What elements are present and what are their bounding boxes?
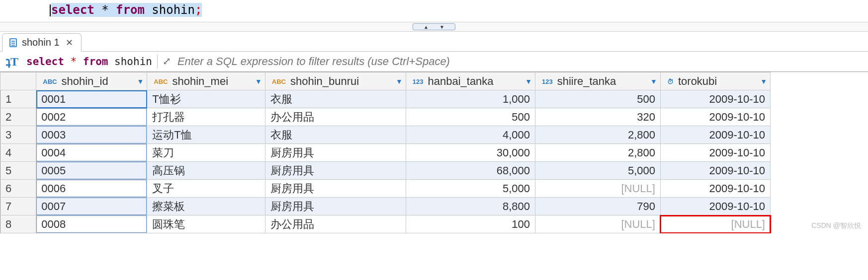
cell-shiire_tanka[interactable]: 320 <box>535 108 660 126</box>
table-row[interactable]: 20002打孔器办公用品5003202009-10-10 <box>0 108 771 126</box>
table-row[interactable]: 10001T恤衫衣服1,0005002009-10-10 <box>0 90 771 108</box>
cell-shohin_bunrui[interactable]: 厨房用具 <box>265 144 406 162</box>
cell-hanbai_tanka[interactable]: 68,000 <box>406 162 535 180</box>
column-header-shiire_tanka[interactable]: 123shiire_tanka▼ <box>535 72 660 90</box>
table-row[interactable]: 50005高压锅厨房用具68,0005,0002009-10-10 <box>0 162 771 180</box>
cell-torokubi[interactable]: 2009-10-10 <box>660 126 770 144</box>
results-grid: ABCshohin_id▼ABCshohin_mei▼ABCshohin_bun… <box>0 71 868 233</box>
pane-splitter[interactable]: ▲▼ <box>0 22 868 32</box>
cell-torokubi[interactable]: 2009-10-10 <box>660 162 770 180</box>
sql-star: * <box>101 3 108 17</box>
table-icon <box>9 38 17 47</box>
row-number[interactable]: 3 <box>0 126 36 144</box>
column-label: shohin_id <box>61 75 108 87</box>
cell-shiire_tanka[interactable]: [NULL] <box>535 180 660 198</box>
row-number[interactable]: 7 <box>0 198 36 215</box>
chevron-down-icon[interactable]: ▼ <box>255 77 262 85</box>
chevron-down-icon[interactable]: ▼ <box>760 77 767 85</box>
text-type-icon: ABC <box>41 77 58 86</box>
cell-shohin_mei[interactable]: 菜刀 <box>147 144 265 162</box>
cell-shohin_id[interactable]: 0007 <box>36 198 147 215</box>
column-header-hanbai_tanka[interactable]: 123hanbai_tanka▼ <box>406 72 535 90</box>
cell-shohin_mei[interactable]: 高压锅 <box>147 162 265 180</box>
column-header-shohin_bunrui[interactable]: ABCshohin_bunrui▼ <box>265 72 406 90</box>
row-number[interactable]: 1 <box>0 90 36 108</box>
cell-shiire_tanka[interactable]: 2,800 <box>535 126 660 144</box>
sql-table-name: shohin <box>152 3 195 17</box>
cell-torokubi[interactable]: 2009-10-10 <box>660 180 770 198</box>
expand-icon[interactable] <box>163 57 173 67</box>
cell-shohin_id[interactable]: 0001 <box>36 90 147 108</box>
column-header-shohin_mei[interactable]: ABCshohin_mei▼ <box>147 72 265 90</box>
cell-hanbai_tanka[interactable]: 8,800 <box>406 198 535 215</box>
sql-semicolon: ; <box>195 3 202 17</box>
cell-shohin_id[interactable]: 0004 <box>36 144 147 162</box>
filter-input[interactable] <box>177 55 865 68</box>
sql-editor[interactable]: select * from shohin; <box>0 0 868 22</box>
column-label: shohin_bunrui <box>290 75 359 87</box>
cell-shohin_mei[interactable]: 运动T恤 <box>147 126 265 144</box>
cell-shohin_mei[interactable]: 擦菜板 <box>147 198 265 215</box>
cell-hanbai_tanka[interactable]: 1,000 <box>406 90 535 108</box>
cell-torokubi[interactable]: 2009-10-10 <box>660 198 770 215</box>
cell-shohin_mei[interactable]: 打孔器 <box>147 108 265 126</box>
cell-hanbai_tanka[interactable]: 100 <box>406 215 535 233</box>
cell-torokubi[interactable]: 2009-10-10 <box>660 90 770 108</box>
sql-keyword-from: from <box>116 3 145 17</box>
column-header-shohin_id[interactable]: ABCshohin_id▼ <box>36 72 147 90</box>
table-row[interactable]: 70007擦菜板厨房用具8,8007902009-10-10 <box>0 198 771 215</box>
column-label: hanbai_tanka <box>428 75 493 87</box>
cell-shiire_tanka[interactable]: 500 <box>535 90 660 108</box>
cell-shohin_bunrui[interactable]: 办公用品 <box>265 215 406 233</box>
cell-hanbai_tanka[interactable]: 5,000 <box>406 180 535 198</box>
table-row[interactable]: 40004菜刀厨房用具30,0002,8002009-10-10 <box>0 144 771 162</box>
cell-shohin_id[interactable]: 0002 <box>36 108 147 126</box>
row-number[interactable]: 2 <box>0 108 36 126</box>
rownum-header[interactable] <box>0 72 36 90</box>
row-number[interactable]: 8 <box>0 215 36 233</box>
column-label: shohin_mei <box>173 75 229 87</box>
cell-shohin_id[interactable]: 0005 <box>36 162 147 180</box>
row-number[interactable]: 5 <box>0 162 36 180</box>
cell-shohin_bunrui[interactable]: 衣服 <box>265 126 406 144</box>
cell-shohin_bunrui[interactable]: 办公用品 <box>265 108 406 126</box>
sigma-icon[interactable]: ʇT <box>3 55 21 69</box>
cell-shohin_bunrui[interactable]: 厨房用具 <box>265 162 406 180</box>
column-label: shiire_tanka <box>557 75 616 87</box>
cell-shohin_bunrui[interactable]: 厨房用具 <box>265 180 406 198</box>
cell-shohin_id[interactable]: 0006 <box>36 180 147 198</box>
cell-shohin_id[interactable]: 0003 <box>36 126 147 144</box>
result-tabbar: shohin 1 ✕ <box>0 32 868 52</box>
text-type-icon: ABC <box>152 77 169 86</box>
cell-hanbai_tanka[interactable]: 500 <box>406 108 535 126</box>
cell-hanbai_tanka[interactable]: 30,000 <box>406 144 535 162</box>
close-icon[interactable]: ✕ <box>65 37 74 48</box>
chevron-down-icon[interactable]: ▼ <box>525 77 532 85</box>
cell-shohin_mei[interactable]: 圆珠笔 <box>147 215 265 233</box>
table-row[interactable]: 80008圆珠笔办公用品100[NULL][NULL] <box>0 215 771 233</box>
cell-shiire_tanka[interactable]: [NULL] <box>535 215 660 233</box>
row-number[interactable]: 6 <box>0 180 36 198</box>
cell-shiire_tanka[interactable]: 790 <box>535 198 660 215</box>
cell-torokubi[interactable]: [NULL] <box>660 215 770 233</box>
cell-hanbai_tanka[interactable]: 4,000 <box>406 126 535 144</box>
cell-torokubi[interactable]: 2009-10-10 <box>660 144 770 162</box>
chevron-down-icon[interactable]: ▼ <box>396 77 403 85</box>
cell-torokubi[interactable]: 2009-10-10 <box>660 108 770 126</box>
result-tab-shohin1[interactable]: shohin 1 ✕ <box>2 33 82 52</box>
table-row[interactable]: 30003运动T恤衣服4,0002,8002009-10-10 <box>0 126 771 144</box>
cell-shohin_bunrui[interactable]: 衣服 <box>265 90 406 108</box>
cell-shiire_tanka[interactable]: 5,000 <box>535 162 660 180</box>
column-header-torokubi[interactable]: ⏱torokubi▼ <box>660 72 770 90</box>
chevron-down-icon[interactable]: ▼ <box>137 77 144 85</box>
table-row[interactable]: 60006叉子厨房用具5,000[NULL]2009-10-10 <box>0 180 771 198</box>
row-number[interactable]: 4 <box>0 144 36 162</box>
cell-shohin_bunrui[interactable]: 厨房用具 <box>265 198 406 215</box>
chevron-down-icon[interactable]: ▼ <box>650 77 657 85</box>
cell-shohin_mei[interactable]: 叉子 <box>147 180 265 198</box>
splitter-grip[interactable]: ▲▼ <box>413 23 455 30</box>
cell-shohin_id[interactable]: 0008 <box>36 215 147 233</box>
cell-shohin_mei[interactable]: T恤衫 <box>147 90 265 108</box>
cell-shiire_tanka[interactable]: 2,800 <box>535 144 660 162</box>
number-type-icon: 123 <box>411 77 425 86</box>
